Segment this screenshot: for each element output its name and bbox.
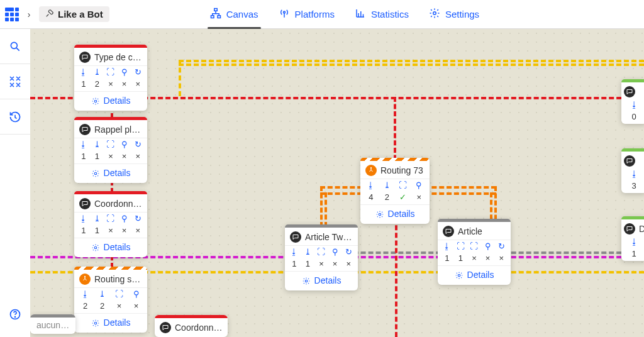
expand-icon: ⛶ bbox=[104, 140, 118, 149]
node-icon-row: ⭳⤓⛶⚲↻ bbox=[74, 213, 147, 224]
node-coordonnee[interactable]: Coordonnée … ⭳⤓⛶⚲↻ 1 1 × × × Details bbox=[74, 191, 147, 257]
val: 1 bbox=[91, 152, 104, 161]
tab-canvas[interactable]: Canvas bbox=[210, 0, 258, 29]
node-edge-2[interactable]: ⭳ 3 bbox=[621, 148, 644, 193]
expand-icon: ⛶ bbox=[467, 241, 481, 251]
breadcrumb-chevron-icon: › bbox=[23, 9, 35, 19]
val: × bbox=[104, 152, 118, 161]
gear-icon bbox=[91, 168, 100, 178]
node-edge-1[interactable]: ⭳ 0 bbox=[621, 79, 644, 124]
rail-search-button[interactable] bbox=[0, 29, 30, 64]
chart-icon bbox=[355, 8, 366, 21]
fragment-node[interactable]: aucun… bbox=[30, 314, 75, 334]
val: × bbox=[131, 226, 145, 235]
node-details-button[interactable]: Details bbox=[74, 164, 147, 183]
val: 2 bbox=[77, 301, 94, 311]
val: ✓ bbox=[395, 192, 411, 202]
node-details-button[interactable]: Details bbox=[74, 92, 147, 111]
expand-icon: ⛶ bbox=[395, 180, 411, 190]
val: 1 bbox=[440, 253, 454, 263]
message-icon bbox=[79, 52, 91, 63]
node-details-button[interactable]: Details bbox=[360, 205, 430, 224]
gear-icon bbox=[302, 275, 311, 285]
link-icon: ⚲ bbox=[481, 241, 495, 251]
node-value-row: 1 1 × × × bbox=[74, 150, 147, 163]
refresh-icon: ↻ bbox=[131, 140, 145, 149]
canvas[interactable]: Type de cont… ⭳ ⤓ ⛶ ⚲ ↻ 1 2 × × × Detail… bbox=[30, 29, 644, 337]
tab-platforms[interactable]: Platforms bbox=[279, 0, 335, 29]
val: × bbox=[481, 253, 495, 263]
node-details-button[interactable]: Details bbox=[438, 266, 511, 285]
svg-point-11 bbox=[84, 276, 86, 277]
anchor-icon: ⤓ bbox=[91, 140, 104, 149]
gear-icon bbox=[455, 270, 464, 280]
node-article[interactable]: Article ⭳⛶⛶⚲↻ 1 1 × × × Details bbox=[438, 219, 511, 285]
val: 1 bbox=[454, 253, 468, 263]
val: 1 bbox=[287, 259, 301, 268]
refresh-icon: ↻ bbox=[341, 247, 355, 257]
val: 2 bbox=[91, 79, 104, 89]
val: 1 bbox=[624, 249, 644, 258]
svg-point-15 bbox=[379, 214, 381, 216]
node-value-row: 4 2 ✓ × bbox=[360, 191, 430, 204]
route-icon bbox=[365, 165, 377, 176]
node-details-button[interactable]: Details bbox=[74, 238, 147, 257]
tab-label: Platforms bbox=[295, 9, 335, 19]
expand-icon: ⛶ bbox=[104, 67, 118, 77]
node-title: Type de cont… bbox=[94, 52, 142, 62]
bot-chip[interactable]: Like a Bot bbox=[39, 6, 109, 22]
node-routing-73[interactable]: Routing 73 ⭳⤓⛶⚲ 4 2 ✓ × Details bbox=[360, 158, 430, 224]
node-details-button[interactable]: Details bbox=[74, 314, 147, 333]
tab-statistics[interactable]: Statistics bbox=[355, 0, 409, 29]
fragment-text: aucun… bbox=[36, 320, 69, 330]
link-icon: ⚲ bbox=[128, 289, 145, 299]
link-icon: ⚲ bbox=[118, 67, 131, 77]
anchor-icon: ⤓ bbox=[91, 67, 104, 77]
node-title: Routing saisi… bbox=[94, 274, 142, 284]
bot-name: Like a Bot bbox=[58, 9, 103, 19]
gear-icon bbox=[91, 96, 100, 106]
rail-help-button[interactable] bbox=[0, 297, 30, 332]
node-icon-row: ⭳⤓⛶⚲↻ bbox=[285, 246, 358, 258]
node-type-de-contenu[interactable]: Type de cont… ⭳ ⤓ ⛶ ⚲ ↻ 1 2 × × × Detail… bbox=[74, 45, 147, 111]
node-article-twitter[interactable]: Article Twitter ⭳⤓⛶⚲↻ 1 1 × × × Details bbox=[285, 224, 358, 290]
wire bbox=[179, 64, 644, 66]
val: × bbox=[494, 253, 508, 263]
node-icon-row: ⭳⤓⛶⚲ bbox=[74, 288, 147, 300]
node-edge-3[interactable]: D ⭳ 1 bbox=[621, 216, 644, 261]
node-value-row: 0 bbox=[621, 111, 644, 124]
anchor-icon: ⤓ bbox=[91, 214, 104, 223]
rail-history-button[interactable] bbox=[0, 99, 30, 135]
anchor-icon: ⛶ bbox=[454, 241, 468, 251]
download-icon: ⭳ bbox=[77, 289, 94, 299]
node-details-button[interactable]: Details bbox=[285, 272, 358, 290]
tab-label: Statistics bbox=[371, 9, 409, 19]
val: 4 bbox=[363, 192, 379, 202]
val: 0 bbox=[624, 112, 644, 121]
left-rail bbox=[0, 29, 30, 337]
tab-settings[interactable]: Settings bbox=[429, 0, 479, 29]
link-icon: ⚲ bbox=[411, 180, 428, 190]
details-label: Details bbox=[104, 168, 131, 178]
val: × bbox=[467, 253, 481, 263]
svg-point-9 bbox=[94, 173, 97, 175]
val: × bbox=[104, 79, 118, 89]
svg-point-13 bbox=[305, 280, 308, 283]
wire bbox=[320, 186, 323, 227]
node-routing-saisi[interactable]: Routing saisi… ⭳⤓⛶⚲ 2 2 × × Details bbox=[74, 267, 147, 333]
wire bbox=[179, 60, 644, 62]
details-label: Details bbox=[104, 96, 131, 106]
node-titlebar bbox=[621, 152, 644, 168]
app-logo[interactable] bbox=[5, 8, 19, 21]
val: 1 bbox=[77, 152, 91, 161]
node-value-row: 3 bbox=[621, 180, 644, 193]
message-icon bbox=[290, 231, 301, 243]
gear-icon bbox=[91, 242, 100, 252]
node-titlebar: Coordonnées… bbox=[155, 318, 228, 336]
node-titlebar: Routing saisi… bbox=[74, 270, 147, 287]
node-rappel-plus-tard[interactable]: Rappel plus t… ⭳⤓⛶⚲↻ 1 1 × × × Details bbox=[74, 117, 147, 183]
rail-collapse-button[interactable] bbox=[0, 64, 30, 99]
node-coordonnees-2[interactable]: Coordonnées… bbox=[155, 315, 228, 337]
svg-point-8 bbox=[94, 101, 97, 103]
val: 1 bbox=[77, 79, 91, 89]
